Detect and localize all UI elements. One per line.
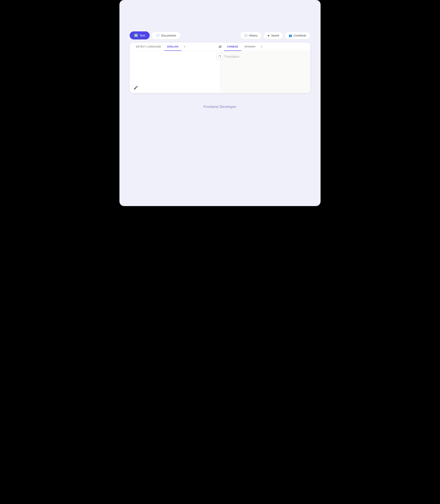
detect-language-option[interactable]: DETECT LANGUAGE bbox=[133, 43, 164, 51]
copy-icon: ❐ bbox=[219, 55, 221, 58]
left-tabs: 🔤 Text 📄 Documents bbox=[130, 31, 180, 40]
tab-saved[interactable]: ★ Saved bbox=[263, 32, 283, 39]
tab-contribute[interactable]: 👥 Contribute bbox=[285, 32, 310, 39]
tab-history-label: History bbox=[249, 34, 258, 37]
source-language-bar: DETECT LANGUAGE ENGLISH bbox=[133, 43, 216, 51]
tab-text-label: Text bbox=[140, 34, 145, 37]
tab-history[interactable]: 🕐 History bbox=[240, 32, 262, 39]
text-translate-icon: 🔤 bbox=[134, 34, 138, 37]
translation-panels: 🎤 ❐ Translation bbox=[130, 51, 310, 93]
tab-saved-label: Saved bbox=[271, 34, 279, 37]
translator-card: DETECT LANGUAGE ENGLISH ⇄ CHINESE SPANIS… bbox=[130, 43, 310, 93]
language-bar: DETECT LANGUAGE ENGLISH ⇄ CHINESE SPANIS… bbox=[130, 43, 310, 51]
document-icon: 📄 bbox=[156, 34, 160, 37]
swap-icon: ⇄ bbox=[219, 45, 221, 49]
swap-languages-button[interactable]: ⇄ bbox=[216, 43, 224, 51]
tab-documents[interactable]: 📄 Documents bbox=[151, 31, 181, 40]
target-panel: ❐ Translation bbox=[220, 51, 311, 93]
source-panel-footer: 🎤 bbox=[133, 85, 139, 91]
tab-documents-label: Documents bbox=[161, 34, 176, 37]
microphone-icon: 🎤 bbox=[134, 86, 138, 90]
target-language-dropdown[interactable] bbox=[259, 43, 265, 51]
chevron-down-icon-target bbox=[261, 45, 262, 48]
chevron-down-icon bbox=[184, 45, 185, 48]
history-icon: 🕐 bbox=[244, 34, 248, 37]
target-language-bar: CHINESE SPANISH bbox=[224, 43, 307, 51]
source-language-dropdown[interactable] bbox=[181, 43, 187, 51]
tab-contribute-label: Contribute bbox=[293, 34, 306, 37]
microphone-button[interactable]: 🎤 bbox=[133, 85, 139, 91]
footer-text: Frontend Developer bbox=[130, 105, 310, 109]
copy-button[interactable]: ❐ bbox=[217, 53, 223, 60]
spanish-language-option[interactable]: SPANISH bbox=[241, 43, 259, 51]
source-textarea[interactable] bbox=[134, 55, 216, 84]
english-language-option[interactable]: ENGLISH bbox=[164, 43, 182, 51]
chinese-language-option[interactable]: CHINESE bbox=[224, 43, 241, 51]
top-bar: 🔤 Text 📄 Documents 🕐 History ★ Saved 👥 C… bbox=[130, 31, 310, 40]
source-panel: 🎤 bbox=[130, 51, 220, 93]
app-container: 🔤 Text 📄 Documents 🕐 History ★ Saved 👥 C… bbox=[119, 0, 321, 206]
star-icon: ★ bbox=[267, 34, 270, 37]
people-icon: 👥 bbox=[289, 34, 292, 37]
translation-output: Translation bbox=[224, 55, 307, 58]
tab-text[interactable]: 🔤 Text bbox=[130, 31, 150, 40]
right-tabs: 🕐 History ★ Saved 👥 Contribute bbox=[240, 32, 310, 39]
